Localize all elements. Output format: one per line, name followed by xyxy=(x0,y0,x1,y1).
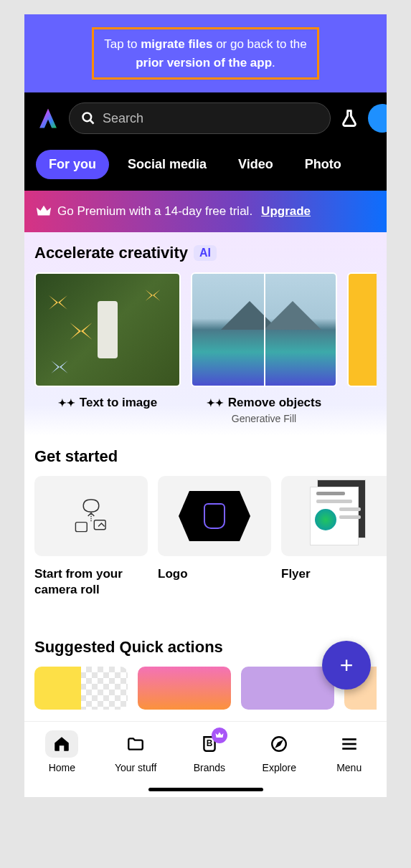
nav-home-label: Home xyxy=(49,762,75,773)
premium-banner[interactable]: Go Premium with a 14-day free trial. Upg… xyxy=(24,191,387,232)
tab-for-you[interactable]: For you xyxy=(36,150,109,179)
gs-card-camera-roll[interactable]: Start from your camera roll xyxy=(34,476,148,598)
adobe-logo-icon[interactable] xyxy=(36,106,60,130)
accel-title-2: ✦✦ Remove objects xyxy=(191,396,337,410)
text-to-image-thumb xyxy=(34,272,181,387)
sugg-thumb-1[interactable] xyxy=(34,667,128,710)
svg-rect-3 xyxy=(75,523,87,532)
app-root: Tap to migrate files or go back to the p… xyxy=(24,14,387,797)
sugg-thumb-3[interactable] xyxy=(241,667,334,710)
remove-objects-thumb xyxy=(191,272,337,387)
profile-avatar[interactable] xyxy=(368,104,387,133)
home-indicator[interactable] xyxy=(148,788,263,791)
home-icon xyxy=(52,735,71,753)
accelerate-row[interactable]: ✦✦ Text to image ✦✦ Remove objects Gener… xyxy=(34,272,377,424)
banner-text-mid: or go back to the xyxy=(212,37,306,51)
svg-marker-7 xyxy=(277,742,282,747)
tab-video[interactable]: Video xyxy=(225,150,286,179)
sparkle-icon: ✦✦ xyxy=(207,397,224,409)
nav-stuff-label: Your stuff xyxy=(115,762,156,773)
svg-point-0 xyxy=(83,113,92,122)
migrate-banner[interactable]: Tap to migrate files or go back to the p… xyxy=(24,14,387,92)
nav-explore[interactable]: Explore xyxy=(263,730,296,773)
banner-highlight: Tap to migrate files or go back to the p… xyxy=(92,27,319,80)
gs-label-1: Start from your camera roll xyxy=(34,566,148,598)
tab-social-media[interactable]: Social media xyxy=(115,150,219,179)
compass-icon xyxy=(270,735,288,753)
banner-text-pre: Tap to xyxy=(104,37,141,51)
gs-card-flyer[interactable]: Flyer xyxy=(281,476,387,598)
premium-text: Go Premium with a 14-day free trial. xyxy=(57,204,252,219)
banner-text-bold2: prior version of the app xyxy=(136,56,272,70)
accel-card-more[interactable]: ✦✦ xyxy=(347,272,377,424)
accel-title-2-text: Remove objects xyxy=(228,396,321,410)
labs-beaker-icon[interactable] xyxy=(339,108,359,128)
svg-text:B: B xyxy=(207,738,213,748)
ai-badge: AI xyxy=(194,245,217,261)
nav-explore-icon-wrap xyxy=(263,730,296,758)
search-input[interactable] xyxy=(103,111,318,126)
accel-title-3: ✦✦ xyxy=(347,396,377,407)
nav-stuff-icon-wrap xyxy=(119,730,152,758)
get-started-section: Get started Start from your camera roll xyxy=(24,436,387,609)
logo-hex-shape xyxy=(179,491,250,541)
accel-title-1-text: Text to image xyxy=(80,396,157,410)
search-bar[interactable] xyxy=(69,102,331,134)
gs-label-3: Flyer xyxy=(281,566,387,582)
accel-title-1: ✦✦ Text to image xyxy=(34,396,181,410)
sugg-thumb-2[interactable] xyxy=(138,667,231,710)
sparkle-icon: ✦✦ xyxy=(58,397,75,409)
search-icon xyxy=(81,110,95,126)
nav-menu-icon-wrap xyxy=(333,730,366,758)
tab-photo[interactable]: Photo xyxy=(292,150,354,179)
flyer-thumb xyxy=(281,476,387,556)
svg-line-1 xyxy=(90,120,94,124)
nav-home[interactable]: Home xyxy=(45,730,78,773)
nav-brands-label: Brands xyxy=(194,762,225,773)
accel-thumb-3 xyxy=(347,272,377,387)
get-started-heading: Get started xyxy=(34,447,377,466)
accelerate-heading-row: Accelerate creativity AI xyxy=(34,244,377,262)
nav-your-stuff[interactable]: Your stuff xyxy=(115,730,156,773)
banner-text-bold1: migrate files xyxy=(141,37,212,51)
accel-card-remove-objects[interactable]: ✦✦ Remove objects Generative Fill xyxy=(191,272,337,424)
nav-menu[interactable]: Menu xyxy=(333,730,366,773)
plus-icon: + xyxy=(340,652,354,679)
accel-sub-2: Generative Fill xyxy=(191,413,337,424)
get-started-row[interactable]: Start from your camera roll Logo xyxy=(34,476,377,598)
accel-card-text-to-image[interactable]: ✦✦ Text to image xyxy=(34,272,181,424)
crown-icon xyxy=(36,204,52,219)
upgrade-link[interactable]: Upgrade xyxy=(261,204,311,219)
premium-crown-dot xyxy=(212,728,227,743)
logo-thumb xyxy=(158,476,271,556)
camera-roll-thumb xyxy=(34,476,148,556)
gs-label-2: Logo xyxy=(158,566,271,582)
accelerate-heading: Accelerate creativity xyxy=(34,244,188,262)
app-header xyxy=(24,92,387,144)
menu-icon xyxy=(340,735,359,753)
nav-explore-label: Explore xyxy=(263,762,296,773)
nav-brands-icon-wrap: B xyxy=(193,730,226,758)
bottom-nav: Home Your stuff B Brands Explore xyxy=(24,721,387,778)
category-tabs: For you Social media Video Photo xyxy=(24,144,387,191)
gs-card-logo[interactable]: Logo xyxy=(158,476,271,598)
banner-text-post: . xyxy=(272,56,275,70)
nav-menu-label: Menu xyxy=(336,762,362,773)
nav-brands[interactable]: B Brands xyxy=(193,730,226,773)
accelerate-section: Accelerate creativity AI ✦✦ Text to imag… xyxy=(24,232,387,436)
folder-icon xyxy=(126,735,145,753)
nav-home-icon-wrap xyxy=(45,730,78,758)
create-fab[interactable]: + xyxy=(322,641,371,690)
